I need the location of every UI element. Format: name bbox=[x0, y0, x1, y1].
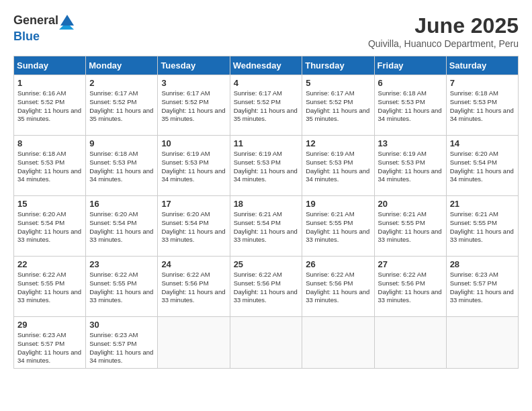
day-info: Sunrise: 6:20 AM Sunset: 5:54 PM Dayligh… bbox=[89, 210, 154, 244]
table-row: 20 Sunrise: 6:21 AM Sunset: 5:55 PM Dayl… bbox=[374, 196, 446, 257]
title-section: June 2025 Quivilla, Huanuco Department, … bbox=[368, 13, 519, 49]
day-info: Sunrise: 6:16 AM Sunset: 5:52 PM Dayligh… bbox=[17, 89, 82, 124]
day-info: Sunrise: 6:17 AM Sunset: 5:52 PM Dayligh… bbox=[161, 89, 226, 124]
day-info: Sunrise: 6:17 AM Sunset: 5:52 PM Dayligh… bbox=[234, 89, 299, 124]
table-row: 27 Sunrise: 6:22 AM Sunset: 5:56 PM Dayl… bbox=[374, 257, 446, 317]
page-header: General Blue June 2025 Quivilla, Huanuco… bbox=[13, 13, 519, 49]
table-row: 29 Sunrise: 6:23 AM Sunset: 5:57 PM Dayl… bbox=[14, 317, 86, 369]
day-info: Sunrise: 6:18 AM Sunset: 5:53 PM Dayligh… bbox=[450, 89, 515, 124]
day-info: Sunrise: 6:19 AM Sunset: 5:53 PM Dayligh… bbox=[234, 150, 299, 184]
day-number: 16 bbox=[89, 199, 154, 209]
day-info: Sunrise: 6:19 AM Sunset: 5:53 PM Dayligh… bbox=[306, 150, 370, 184]
logo-text-blue: Blue bbox=[13, 30, 40, 43]
day-number: 20 bbox=[378, 199, 443, 209]
table-row bbox=[230, 317, 302, 369]
logo-icon bbox=[59, 13, 75, 30]
day-number: 3 bbox=[161, 78, 226, 88]
svg-marker-1 bbox=[59, 26, 74, 30]
day-info: Sunrise: 6:17 AM Sunset: 5:52 PM Dayligh… bbox=[89, 89, 154, 124]
day-number: 4 bbox=[234, 78, 299, 88]
table-row: 22 Sunrise: 6:22 AM Sunset: 5:55 PM Dayl… bbox=[14, 257, 86, 317]
table-row bbox=[302, 317, 374, 369]
day-number: 25 bbox=[234, 259, 299, 269]
day-number: 7 bbox=[450, 78, 515, 88]
day-number: 12 bbox=[306, 138, 370, 148]
table-row: 11 Sunrise: 6:19 AM Sunset: 5:53 PM Dayl… bbox=[230, 136, 302, 196]
day-info: Sunrise: 6:21 AM Sunset: 5:54 PM Dayligh… bbox=[234, 210, 299, 244]
day-number: 6 bbox=[378, 78, 443, 88]
day-number: 14 bbox=[450, 138, 515, 148]
day-info: Sunrise: 6:22 AM Sunset: 5:56 PM Dayligh… bbox=[161, 271, 226, 305]
table-row: 10 Sunrise: 6:19 AM Sunset: 5:53 PM Dayl… bbox=[158, 136, 230, 196]
day-info: Sunrise: 6:21 AM Sunset: 5:55 PM Dayligh… bbox=[450, 210, 515, 244]
day-number: 10 bbox=[161, 138, 226, 148]
day-info: Sunrise: 6:20 AM Sunset: 5:54 PM Dayligh… bbox=[161, 210, 226, 244]
day-info: Sunrise: 6:20 AM Sunset: 5:54 PM Dayligh… bbox=[17, 210, 82, 244]
table-row: 18 Sunrise: 6:21 AM Sunset: 5:54 PM Dayl… bbox=[230, 196, 302, 257]
day-info: Sunrise: 6:20 AM Sunset: 5:54 PM Dayligh… bbox=[450, 150, 515, 184]
table-row: 24 Sunrise: 6:22 AM Sunset: 5:56 PM Dayl… bbox=[158, 257, 230, 317]
header-monday: Monday bbox=[86, 56, 158, 75]
svg-marker-0 bbox=[60, 15, 74, 26]
day-number: 9 bbox=[89, 138, 154, 148]
table-row: 2 Sunrise: 6:17 AM Sunset: 5:52 PM Dayli… bbox=[86, 75, 158, 136]
table-row: 25 Sunrise: 6:22 AM Sunset: 5:56 PM Dayl… bbox=[230, 257, 302, 317]
table-row: 21 Sunrise: 6:21 AM Sunset: 5:55 PM Dayl… bbox=[446, 196, 518, 257]
day-info: Sunrise: 6:23 AM Sunset: 5:57 PM Dayligh… bbox=[17, 331, 82, 365]
day-info: Sunrise: 6:22 AM Sunset: 5:56 PM Dayligh… bbox=[306, 271, 370, 305]
day-number: 28 bbox=[450, 259, 515, 269]
logo-text-general: General bbox=[13, 13, 58, 27]
table-row: 7 Sunrise: 6:18 AM Sunset: 5:53 PM Dayli… bbox=[446, 75, 518, 136]
table-row: 26 Sunrise: 6:22 AM Sunset: 5:56 PM Dayl… bbox=[302, 257, 374, 317]
day-info: Sunrise: 6:22 AM Sunset: 5:55 PM Dayligh… bbox=[17, 271, 82, 305]
table-row bbox=[158, 317, 230, 369]
calendar-header-row: Sunday Monday Tuesday Wednesday Thursday… bbox=[14, 56, 519, 75]
table-row: 19 Sunrise: 6:21 AM Sunset: 5:55 PM Dayl… bbox=[302, 196, 374, 257]
day-number: 22 bbox=[17, 259, 82, 269]
table-row: 5 Sunrise: 6:17 AM Sunset: 5:52 PM Dayli… bbox=[302, 75, 374, 136]
day-info: Sunrise: 6:17 AM Sunset: 5:52 PM Dayligh… bbox=[306, 89, 370, 124]
table-row bbox=[374, 317, 446, 369]
header-friday: Friday bbox=[374, 56, 446, 75]
header-saturday: Saturday bbox=[446, 56, 518, 75]
table-row: 4 Sunrise: 6:17 AM Sunset: 5:52 PM Dayli… bbox=[230, 75, 302, 136]
day-info: Sunrise: 6:22 AM Sunset: 5:56 PM Dayligh… bbox=[378, 271, 443, 305]
day-number: 29 bbox=[17, 320, 82, 330]
header-tuesday: Tuesday bbox=[158, 56, 230, 75]
day-info: Sunrise: 6:18 AM Sunset: 5:53 PM Dayligh… bbox=[17, 150, 82, 184]
day-number: 8 bbox=[17, 138, 82, 148]
month-title: June 2025 bbox=[368, 13, 519, 38]
table-row: 16 Sunrise: 6:20 AM Sunset: 5:54 PM Dayl… bbox=[86, 196, 158, 257]
table-row: 15 Sunrise: 6:20 AM Sunset: 5:54 PM Dayl… bbox=[14, 196, 86, 257]
day-info: Sunrise: 6:19 AM Sunset: 5:53 PM Dayligh… bbox=[161, 150, 226, 184]
location: Quivilla, Huanuco Department, Peru bbox=[368, 38, 519, 49]
day-number: 27 bbox=[378, 259, 443, 269]
table-row: 23 Sunrise: 6:22 AM Sunset: 5:55 PM Dayl… bbox=[86, 257, 158, 317]
day-number: 5 bbox=[306, 78, 370, 88]
table-row: 30 Sunrise: 6:23 AM Sunset: 5:57 PM Dayl… bbox=[86, 317, 158, 369]
calendar-table: Sunday Monday Tuesday Wednesday Thursday… bbox=[13, 56, 519, 369]
day-number: 17 bbox=[161, 199, 226, 209]
day-info: Sunrise: 6:18 AM Sunset: 5:53 PM Dayligh… bbox=[89, 150, 154, 184]
day-number: 1 bbox=[17, 78, 82, 88]
day-number: 11 bbox=[234, 138, 299, 148]
day-number: 30 bbox=[89, 320, 154, 330]
table-row: 8 Sunrise: 6:18 AM Sunset: 5:53 PM Dayli… bbox=[14, 136, 86, 196]
table-row: 1 Sunrise: 6:16 AM Sunset: 5:52 PM Dayli… bbox=[14, 75, 86, 136]
day-info: Sunrise: 6:19 AM Sunset: 5:53 PM Dayligh… bbox=[378, 150, 443, 184]
header-wednesday: Wednesday bbox=[230, 56, 302, 75]
table-row bbox=[446, 317, 518, 369]
table-row: 14 Sunrise: 6:20 AM Sunset: 5:54 PM Dayl… bbox=[446, 136, 518, 196]
table-row: 6 Sunrise: 6:18 AM Sunset: 5:53 PM Dayli… bbox=[374, 75, 446, 136]
day-number: 18 bbox=[234, 199, 299, 209]
day-info: Sunrise: 6:23 AM Sunset: 5:57 PM Dayligh… bbox=[89, 331, 154, 365]
day-info: Sunrise: 6:22 AM Sunset: 5:55 PM Dayligh… bbox=[89, 271, 154, 305]
day-info: Sunrise: 6:21 AM Sunset: 5:55 PM Dayligh… bbox=[378, 210, 443, 244]
table-row: 28 Sunrise: 6:23 AM Sunset: 5:57 PM Dayl… bbox=[446, 257, 518, 317]
day-number: 19 bbox=[306, 199, 370, 209]
table-row: 17 Sunrise: 6:20 AM Sunset: 5:54 PM Dayl… bbox=[158, 196, 230, 257]
table-row: 3 Sunrise: 6:17 AM Sunset: 5:52 PM Dayli… bbox=[158, 75, 230, 136]
table-row: 9 Sunrise: 6:18 AM Sunset: 5:53 PM Dayli… bbox=[86, 136, 158, 196]
header-sunday: Sunday bbox=[14, 56, 86, 75]
table-row: 12 Sunrise: 6:19 AM Sunset: 5:53 PM Dayl… bbox=[302, 136, 374, 196]
